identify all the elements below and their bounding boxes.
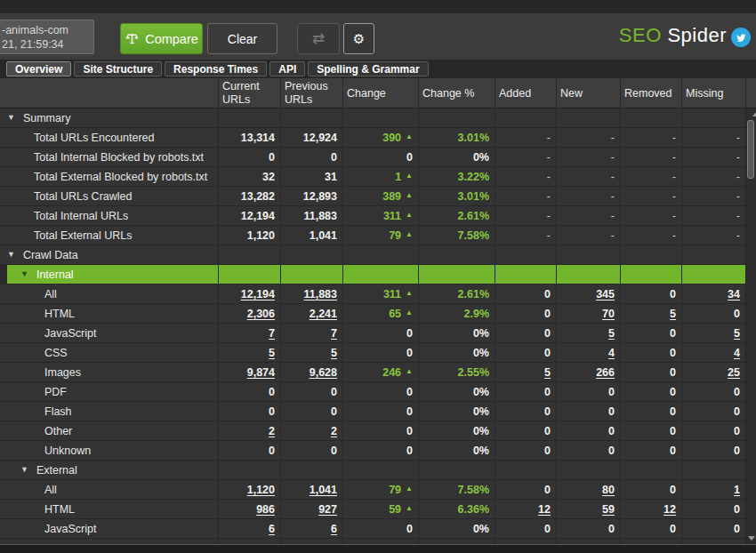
cell-value-link[interactable]: 5 <box>734 327 740 340</box>
cell-value-link[interactable]: 5 <box>608 327 615 340</box>
table-row-html[interactable]: HTML98692759▲6.36%1259120 <box>0 500 745 519</box>
cell-missing[interactable]: 5 <box>681 324 745 342</box>
cell-current-urls[interactable]: 2 <box>218 421 280 440</box>
cell-new[interactable]: 59 <box>556 500 620 518</box>
cell-value-link[interactable]: 7 <box>331 327 337 340</box>
tab-overview[interactable]: Overview <box>6 61 71 76</box>
collapse-triangle-icon[interactable]: ▼ <box>20 466 28 474</box>
cell-value-link[interactable]: 266 <box>596 366 615 379</box>
cell-new[interactable]: 266 <box>556 363 620 381</box>
cell-value-link[interactable]: 9,874 <box>247 366 275 379</box>
cell-value-link[interactable]: 5 <box>670 308 676 320</box>
cell-new[interactable]: 5 <box>556 324 620 342</box>
column-header-change[interactable]: Change <box>342 78 418 108</box>
cell-previous-urls[interactable]: 5 <box>280 343 342 362</box>
column-header-missing[interactable]: Missing <box>681 78 745 108</box>
column-header-current-urls[interactable]: Current URLs <box>218 78 280 108</box>
cell-current-urls[interactable]: 5 <box>218 343 280 362</box>
cell-value-link[interactable]: 25 <box>728 366 740 379</box>
cell-value-link[interactable]: 986 <box>256 503 275 516</box>
cell-current-urls[interactable]: 986 <box>218 500 280 518</box>
table-row-total-urls-encountered[interactable]: Total URLs Encountered13,31412,924390▲3.… <box>0 128 745 148</box>
cell-added[interactable]: 12 <box>495 500 556 518</box>
table-row-total-urls-crawled[interactable]: Total URLs Crawled13,28212,893389▲3.01%-… <box>0 187 745 206</box>
section-row-internal[interactable]: ▼Internal <box>0 265 745 285</box>
cell-value-link[interactable]: 5 <box>544 366 551 379</box>
cell-previous-urls[interactable]: 11,883 <box>280 285 342 303</box>
cell-value-link[interactable]: 927 <box>318 503 337 516</box>
cell-removed[interactable]: 5 <box>620 304 681 323</box>
cell-previous-urls[interactable]: 7 <box>280 324 342 342</box>
table-row-javascript[interactable]: JavaScript6600%0000 <box>0 519 745 539</box>
cell-value-link[interactable]: 2,306 <box>247 308 275 320</box>
cell-value-link[interactable]: 2 <box>331 425 337 437</box>
compare-button[interactable]: Compare <box>120 23 203 54</box>
cell-current-urls[interactable]: 7 <box>218 324 280 342</box>
cell-previous-urls[interactable]: 9,628 <box>280 363 342 381</box>
cell-value-link[interactable]: 70 <box>602 308 615 320</box>
cell-value-link[interactable]: 345 <box>596 288 615 301</box>
cell-value-link[interactable]: 12,194 <box>241 288 275 301</box>
tab-spelling-grammar[interactable]: Spelling & Grammar <box>308 61 428 76</box>
cell-missing[interactable]: 25 <box>681 363 745 381</box>
cell-value-link[interactable]: 7 <box>269 327 275 340</box>
twitter-icon[interactable] <box>731 28 751 47</box>
cell-value-link[interactable]: 9,628 <box>310 366 337 379</box>
table-row-total-external-urls[interactable]: Total External URLs1,1201,04179▲7.58%---… <box>0 226 745 245</box>
table-row-all[interactable]: All1,1201,04179▲7.58%08001 <box>0 480 745 500</box>
cell-previous-urls[interactable]: 6 <box>280 519 342 538</box>
cell-missing[interactable]: 34 <box>681 285 745 303</box>
tab-api[interactable]: API <box>269 61 305 76</box>
horizontal-scrollbar[interactable] <box>0 544 756 553</box>
cell-value-link[interactable]: 12 <box>538 503 551 516</box>
table-row-javascript[interactable]: JavaScript7700%0505 <box>0 324 745 343</box>
cell-removed[interactable]: 12 <box>620 500 681 518</box>
section-row-external[interactable]: ▼External <box>0 461 745 480</box>
table-row-other[interactable]: Other2200%0000 <box>0 421 745 441</box>
table-row-total-internal-urls[interactable]: Total Internal URLs12,19411,883311▲2.61%… <box>0 206 745 226</box>
scroll-up-icon[interactable] <box>752 112 756 116</box>
table-row-total-internal-blocked-by-robots-txt[interactable]: Total Internal Blocked by robots.txt0000… <box>0 148 745 167</box>
compare-config-button[interactable]: ⚙ <box>343 23 374 54</box>
cell-value-link[interactable]: 6 <box>331 523 337 535</box>
previous-crawl-select[interactable]: -animals-com 21, 21:59:34 <box>0 20 94 54</box>
cell-new[interactable]: 345 <box>556 285 620 303</box>
cell-value-link[interactable]: 5 <box>269 347 275 359</box>
cell-current-urls[interactable]: 6 <box>218 519 280 538</box>
cell-previous-urls[interactable]: 2 <box>280 421 342 440</box>
table-row-pdf[interactable]: PDF0000%0000 <box>0 382 745 402</box>
cell-current-urls[interactable]: 9,874 <box>218 363 280 381</box>
cell-value-link[interactable]: 4 <box>608 347 615 359</box>
cell-value-link[interactable]: 59 <box>602 503 615 516</box>
column-header-change[interactable]: Change % <box>418 78 495 108</box>
cell-missing[interactable]: 4 <box>681 343 745 362</box>
collapse-triangle-icon[interactable]: ▼ <box>20 270 28 278</box>
tab-response-times[interactable]: Response Times <box>165 61 267 76</box>
cell-value-link[interactable]: 2,241 <box>310 308 337 320</box>
cell-previous-urls[interactable]: 2,241 <box>280 304 342 323</box>
vertical-scrollbar[interactable] <box>745 108 756 544</box>
cell-value-link[interactable]: 11,883 <box>303 288 337 301</box>
cell-value-link[interactable]: 1,041 <box>310 484 337 496</box>
cell-current-urls[interactable]: 12,194 <box>218 285 280 303</box>
table-row-flash[interactable]: Flash0000%0000 <box>0 402 745 421</box>
clear-button[interactable]: Clear <box>207 23 277 54</box>
cell-previous-urls[interactable]: 927 <box>280 500 342 518</box>
column-header-removed[interactable]: Removed <box>620 78 681 108</box>
cell-value-link[interactable]: 1 <box>734 484 740 496</box>
column-header-new[interactable]: New <box>556 78 620 108</box>
tab-site-structure[interactable]: Site Structure <box>74 61 162 76</box>
vertical-scrollbar-thumb[interactable] <box>747 120 754 179</box>
cell-current-urls[interactable]: 2,306 <box>218 304 280 323</box>
column-header-previous-urls[interactable]: Previous URLs <box>280 78 342 108</box>
cell-value-link[interactable]: 2 <box>269 425 275 437</box>
table-row-total-external-blocked-by-robots-txt[interactable]: Total External Blocked by robots.txt3231… <box>0 167 745 187</box>
cell-missing[interactable]: 1 <box>681 480 745 499</box>
cell-value-link[interactable]: 1,120 <box>247 484 275 496</box>
scroll-down-icon[interactable] <box>748 536 755 541</box>
table-row-unknown[interactable]: Unknown0000%0000 <box>0 441 745 461</box>
cell-new[interactable]: 4 <box>556 343 620 362</box>
table-row-all[interactable]: All12,19411,883311▲2.61%0345034 <box>0 285 745 304</box>
cell-value-link[interactable]: 34 <box>728 288 740 301</box>
cell-value-link[interactable]: 4 <box>734 347 740 359</box>
